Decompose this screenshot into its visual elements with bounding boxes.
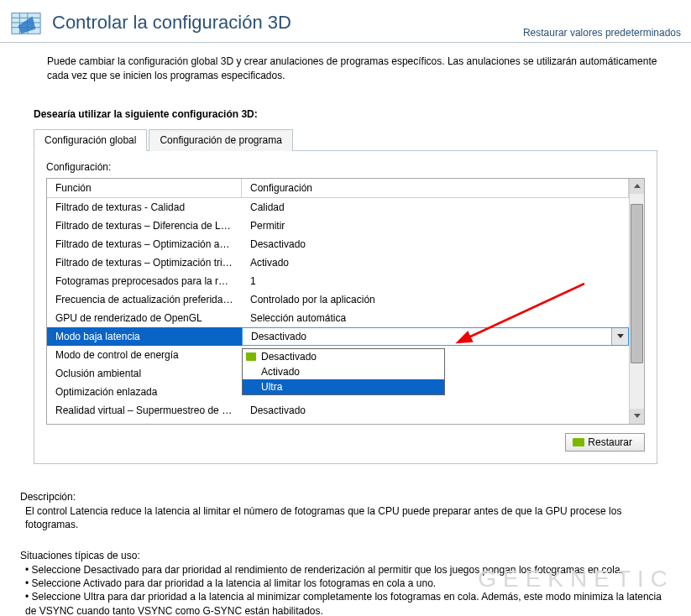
- row-config-cell[interactable]: Desactivado: [242, 327, 629, 346]
- groupbox-title: Desearía utilizar la siguiente configura…: [34, 108, 657, 120]
- row-function-cell: Fotogramas preprocesados para la realida…: [47, 275, 242, 287]
- page-header: Controlar la configuración 3D Restaurar …: [0, 0, 691, 43]
- column-header-function[interactable]: Función: [47, 179, 242, 197]
- row-function-cell: Optimización enlazada: [47, 386, 242, 398]
- row-function-cell: Filtrado de texturas – Optimización tril…: [47, 257, 242, 269]
- vertical-scrollbar[interactable]: [629, 179, 644, 424]
- row-config-cell[interactable]: Permitir: [242, 220, 629, 232]
- settings-row[interactable]: Filtrado de texturas – Optimización anis…: [47, 235, 629, 253]
- settings-groupbox: Desearía utilizar la siguiente configura…: [20, 97, 671, 478]
- settings-row[interactable]: Modo baja latenciaDesactivado: [47, 327, 629, 346]
- usage-section: Situaciones típicas de uso: • Seleccione…: [0, 531, 691, 616]
- tab-program[interactable]: Configuración de programa: [149, 129, 292, 151]
- grid-header: Función Configuración: [47, 179, 629, 198]
- tab-panel-global: Configuración: Función Configuración Fil…: [34, 151, 657, 464]
- dropdown-option[interactable]: Desactivado: [243, 349, 444, 364]
- dropdown-option[interactable]: Activado: [243, 364, 444, 379]
- settings-row[interactable]: Filtrado de texturas – Optimización tril…: [47, 253, 629, 272]
- description-title: Descripción:: [20, 491, 674, 503]
- usage-title: Situaciones típicas de uso:: [20, 550, 674, 561]
- scroll-up-arrow[interactable]: [630, 179, 644, 194]
- settings-grid: Función Configuración Filtrado de textur…: [46, 178, 645, 425]
- row-function-cell: Filtrado de texturas – Diferencia de LOD…: [47, 220, 242, 232]
- settings-row[interactable]: Filtrado de texturas – Diferencia de LOD…: [47, 217, 629, 235]
- row-function-cell: Modo baja latencia: [47, 331, 242, 342]
- usage-item: • Seleccione Desactivado para dar priori…: [25, 563, 674, 577]
- row-function-cell: Modo de control de energía: [47, 349, 242, 361]
- settings-row[interactable]: Fotogramas preprocesados para la realida…: [47, 272, 629, 290]
- dropdown-option[interactable]: Ultra: [243, 379, 444, 394]
- settings-row[interactable]: Frecuencia de actualización preferida (P…: [47, 290, 629, 309]
- description-section: Descripción: El control Latencia reduce …: [0, 486, 691, 531]
- nvidia-icon: [573, 438, 584, 446]
- dropdown-toggle[interactable]: [611, 328, 628, 345]
- usage-item: • Seleccione Activado para dar prioridad…: [25, 577, 674, 590]
- row-function-cell: Oclusión ambiental: [47, 368, 242, 379]
- row-config-cell[interactable]: Activado: [242, 257, 629, 269]
- nvidia-icon: [246, 352, 256, 361]
- restore-defaults-link[interactable]: Restaurar valores predeterminados: [523, 27, 681, 39]
- description-text: El control Latencia reduce la latencia a…: [20, 504, 674, 531]
- settings-row[interactable]: Realidad virtual – Supermuestreo de velo…: [47, 401, 629, 420]
- settings-row[interactable]: Filtrado de texturas - CalidadCalidad: [47, 198, 629, 217]
- row-config-cell[interactable]: Desactivado: [242, 238, 629, 250]
- row-config-cell[interactable]: Calidad: [242, 201, 629, 213]
- row-config-cell[interactable]: Controlado por la aplicación: [242, 294, 629, 305]
- tab-global[interactable]: Configuración global: [34, 129, 147, 151]
- scroll-down-arrow[interactable]: [630, 409, 644, 424]
- intro-text: Puede cambiar la configuración global 3D…: [0, 43, 691, 91]
- usage-item: • Seleccione Ultra para dar prioridad a …: [25, 590, 674, 616]
- tab-bar: Configuración global Configuración de pr…: [34, 128, 657, 151]
- restore-button[interactable]: Restaurar: [565, 433, 645, 452]
- row-function-cell: Filtrado de texturas – Optimización anis…: [47, 238, 242, 250]
- config-label: Configuración:: [46, 161, 645, 173]
- scroll-thumb[interactable]: [631, 204, 643, 363]
- settings-row[interactable]: GPU de renderizado de OpenGLSelección au…: [47, 309, 629, 327]
- row-function-cell: GPU de renderizado de OpenGL: [47, 312, 242, 324]
- restore-button-label: Restaurar: [588, 436, 632, 448]
- row-function-cell: Filtrado de texturas - Calidad: [47, 201, 242, 213]
- row-config-cell[interactable]: Desactivado: [242, 405, 629, 416]
- row-config-cell[interactable]: Selección automática: [242, 312, 629, 324]
- row-function-cell: Frecuencia de actualización preferida (P…: [47, 294, 242, 305]
- latency-dropdown-list: DesactivadoActivadoUltra: [242, 348, 445, 395]
- row-function-cell: Realidad virtual – Supermuestreo de velo…: [47, 405, 242, 416]
- row-config-cell[interactable]: 1: [242, 275, 629, 287]
- column-header-config[interactable]: Configuración: [242, 179, 629, 197]
- nvidia-cube-icon: [10, 7, 42, 39]
